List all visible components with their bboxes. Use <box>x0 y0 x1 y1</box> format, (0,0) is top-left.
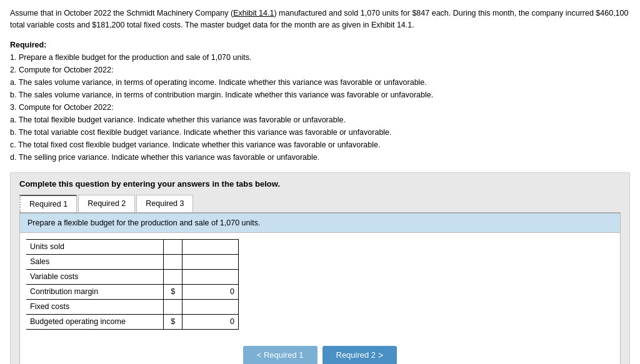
intro-text-before: Assume that in October 2022 the Schmidt … <box>10 9 233 17</box>
table-row: Contribution margin $ <box>26 284 239 299</box>
tab-required-3[interactable]: Required 3 <box>136 195 193 212</box>
tabs-row: Required 1 Required 2 Required 3 <box>19 195 621 214</box>
exhibit-link[interactable]: Exhibit 14.1 <box>233 9 274 17</box>
table-row: Fixed costs <box>26 299 239 314</box>
intro-paragraph: Assume that in October 2022 the Schmidt … <box>10 7 630 31</box>
row-value-units-sold[interactable] <box>182 239 239 254</box>
table-row: Units sold <box>26 239 239 254</box>
row-currency-units-sold <box>164 239 182 254</box>
required-item-3b: b. The total variable cost flexible budg… <box>10 126 630 139</box>
required-item-2a: a. The sales volume variance, in terms o… <box>10 76 630 89</box>
required-item-1: 1. Prepare a flexible budget for the pro… <box>10 51 630 64</box>
prev-button-label: < Required 1 <box>257 350 304 360</box>
units-sold-input[interactable] <box>186 242 234 251</box>
row-currency-budgeted-operating-income: $ <box>164 314 182 329</box>
prev-button[interactable]: < Required 1 <box>243 346 318 365</box>
row-value-sales[interactable] <box>182 254 239 269</box>
row-label-units-sold: Units sold <box>26 239 164 254</box>
complete-box-title: Complete this question by entering your … <box>19 179 621 189</box>
row-currency-contribution-margin: $ <box>164 284 182 299</box>
variable-costs-input[interactable] <box>186 272 234 281</box>
table-row: Sales <box>26 254 239 269</box>
sales-input[interactable] <box>186 257 234 266</box>
chevron-right-icon: > <box>378 350 383 360</box>
row-value-budgeted-operating-income[interactable] <box>182 314 239 329</box>
contribution-margin-input[interactable] <box>186 287 234 296</box>
complete-box: Complete this question by entering your … <box>10 172 630 365</box>
tab-required-1[interactable]: Required 1 <box>19 195 77 212</box>
tab-required-2[interactable]: Required 2 <box>78 195 135 212</box>
row-value-contribution-margin[interactable] <box>182 284 239 299</box>
next-button[interactable]: Required 2 > <box>322 346 398 365</box>
tab-instruction: Prepare a flexible budget for the produc… <box>20 214 620 233</box>
tab-required-3-label: Required 3 <box>146 199 184 208</box>
row-currency-fixed-costs <box>164 299 182 314</box>
required-item-3a: a. The total flexible budget variance. I… <box>10 114 630 126</box>
row-label-fixed-costs: Fixed costs <box>26 299 164 314</box>
budget-table: Units sold Sales <box>26 239 239 330</box>
row-currency-sales <box>164 254 182 269</box>
tab-required-1-label: Required 1 <box>29 200 68 209</box>
required-item-2b: b. The sales volume variance, in terms o… <box>10 89 630 101</box>
row-value-variable-costs[interactable] <box>182 269 239 284</box>
row-currency-variable-costs <box>164 269 182 284</box>
required-item-3: 3. Compute for October 2022: <box>10 101 630 114</box>
tab-required-2-label: Required 2 <box>88 199 126 208</box>
tab-content-area: Prepare a flexible budget for the produc… <box>19 214 621 365</box>
bottom-nav: < Required 1 Required 2 > <box>20 346 620 365</box>
table-row: Variable costs <box>26 269 239 284</box>
row-value-fixed-costs[interactable] <box>182 299 239 314</box>
budget-table-container: Units sold Sales <box>20 233 620 336</box>
required-item-2: 2. Compute for October 2022: <box>10 64 630 76</box>
budgeted-operating-income-input[interactable] <box>186 317 234 326</box>
required-item-3d: d. The selling price variance. Indicate … <box>10 151 630 164</box>
required-section: Required: 1. Prepare a flexible budget f… <box>10 39 630 164</box>
fixed-costs-input[interactable] <box>186 302 234 311</box>
row-label-contribution-margin: Contribution margin <box>26 284 164 299</box>
row-label-budgeted-operating-income: Budgeted operating income <box>26 314 164 329</box>
required-heading: Required: <box>10 39 630 51</box>
row-label-sales: Sales <box>26 254 164 269</box>
required-item-3c: c. The total fixed cost flexible budget … <box>10 139 630 151</box>
next-button-label: Required 2 <box>336 350 376 360</box>
row-label-variable-costs: Variable costs <box>26 269 164 284</box>
main-container: Assume that in October 2022 the Schmidt … <box>0 0 640 364</box>
table-row: Budgeted operating income $ <box>26 314 239 329</box>
